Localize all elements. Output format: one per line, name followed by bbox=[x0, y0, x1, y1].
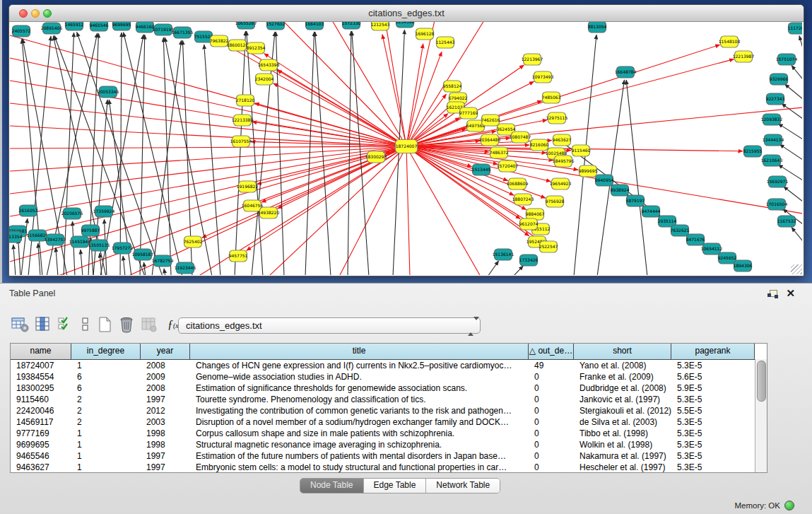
cell-in_degree[interactable]: 1 bbox=[71, 450, 141, 462]
cell-name[interactable]: 9463627 bbox=[11, 462, 71, 473]
cell-name[interactable]: 14569117 bbox=[11, 416, 71, 428]
cell-in_degree[interactable]: 1 bbox=[71, 360, 141, 371]
cell-short[interactable]: Tibbo et al. (1998) bbox=[574, 428, 671, 439]
cell-title[interactable]: Estimation of the future numbers of pati… bbox=[190, 450, 529, 462]
table-row[interactable]: 2242004622012Investigating the contribut… bbox=[11, 405, 767, 416]
cell-title[interactable]: Estimation of significance thresholds fo… bbox=[190, 382, 529, 394]
cell-short[interactable]: Hescheler et al. (1997) bbox=[574, 462, 671, 473]
float-panel-icon[interactable] bbox=[767, 290, 778, 300]
cell-short[interactable]: Stergiakouli et al. (2012) bbox=[574, 405, 671, 416]
table-row[interactable]: 977716911998Corpus callosum shape and si… bbox=[11, 428, 767, 439]
cell-title[interactable]: Changes of HCN gene expression and I(f) … bbox=[190, 360, 529, 371]
column-header-name[interactable]: name bbox=[11, 344, 71, 359]
tab-network-table[interactable]: Network Table bbox=[426, 479, 500, 493]
cell-name[interactable]: 9777169 bbox=[11, 428, 71, 439]
cell-year[interactable]: 2012 bbox=[141, 405, 190, 416]
select-columns-icon[interactable] bbox=[34, 316, 52, 333]
cell-name[interactable]: 19384554 bbox=[11, 371, 71, 382]
window-resize-grip[interactable] bbox=[791, 264, 802, 274]
table-row[interactable]: 1872400712008Changes of HCN gene express… bbox=[11, 360, 767, 371]
cell-short[interactable]: Jankovic et al. (1997) bbox=[574, 394, 671, 405]
cell-out_degree[interactable]: 0 bbox=[529, 462, 574, 473]
cell-in_degree[interactable]: 6 bbox=[71, 382, 141, 394]
cell-short[interactable]: Dudbridge et al. (2008) bbox=[574, 382, 671, 394]
cell-year[interactable]: 1997 bbox=[141, 462, 190, 473]
cell-year[interactable]: 1997 bbox=[141, 394, 190, 405]
cell-out_degree[interactable]: 0 bbox=[529, 439, 574, 450]
cell-short[interactable]: Wolkin et al. (1998) bbox=[574, 439, 671, 450]
cell-title[interactable]: Embryonic stem cells: a model to study s… bbox=[190, 462, 529, 473]
cell-pagerank[interactable]: 5.3E-5 bbox=[671, 462, 755, 473]
cell-out_degree[interactable]: 49 bbox=[529, 360, 574, 371]
memory-status[interactable]: Memory: OK bbox=[734, 500, 794, 511]
cell-short[interactable]: Yano et al. (2008) bbox=[574, 360, 671, 371]
column-header-short[interactable]: short bbox=[574, 344, 671, 359]
table-row[interactable]: 1830029562008Estimation of significance … bbox=[11, 382, 767, 394]
cell-pagerank[interactable]: 5.3E-5 bbox=[671, 450, 755, 462]
tab-node-table[interactable]: Node Table bbox=[300, 479, 364, 493]
table-scrollbar[interactable] bbox=[755, 359, 767, 472]
cell-pagerank[interactable]: 5.9E-5 bbox=[671, 382, 755, 394]
cell-year[interactable]: 1998 bbox=[141, 439, 190, 450]
cell-in_degree[interactable]: 1 bbox=[71, 462, 141, 473]
scrollbar-thumb[interactable] bbox=[757, 361, 766, 402]
cell-title[interactable]: Tourette syndrome. Phenomenology and cla… bbox=[190, 394, 529, 405]
cell-title[interactable]: Genome–wide association studies in ADHD. bbox=[190, 371, 529, 382]
delete-table-icon[interactable] bbox=[117, 316, 136, 333]
cell-out_degree[interactable]: 0 bbox=[529, 416, 574, 428]
cell-out_degree[interactable]: 0 bbox=[529, 450, 574, 462]
column-header-year[interactable]: year bbox=[141, 344, 190, 359]
cell-title[interactable]: Structural magnetic resonance image aver… bbox=[190, 439, 529, 450]
table-row[interactable]: 911546021997Tourette syndrome. Phenomeno… bbox=[11, 394, 767, 405]
cell-year[interactable]: 2008 bbox=[141, 382, 190, 394]
column-header-title[interactable]: title bbox=[190, 344, 529, 359]
table-row[interactable]: 1938455462009Genome–wide association stu… bbox=[11, 371, 767, 382]
cell-name[interactable]: 9465546 bbox=[11, 450, 71, 462]
table-settings-icon[interactable] bbox=[11, 316, 30, 333]
create-table-icon[interactable] bbox=[96, 316, 114, 333]
cell-year[interactable]: 1997 bbox=[141, 450, 190, 462]
cell-year[interactable]: 2003 bbox=[141, 416, 190, 428]
cell-in_degree[interactable]: 1 bbox=[71, 439, 141, 450]
cell-pagerank[interactable]: 5.3E-5 bbox=[671, 360, 755, 371]
column-header-pagerank[interactable]: pagerank bbox=[671, 344, 755, 359]
cell-year[interactable]: 2009 bbox=[141, 371, 190, 382]
cell-name[interactable]: 18724007 bbox=[11, 360, 71, 371]
cell-name[interactable]: 22420046 bbox=[11, 405, 71, 416]
cell-pagerank[interactable]: 5.3E-5 bbox=[671, 428, 755, 439]
window-title-bar[interactable]: citations_edges.txt bbox=[9, 5, 804, 22]
column-header-in_degree[interactable]: in_degree bbox=[71, 344, 141, 359]
cell-in_degree[interactable]: 1 bbox=[71, 428, 141, 439]
cell-year[interactable]: 1998 bbox=[141, 428, 190, 439]
cell-out_degree[interactable]: 0 bbox=[529, 428, 574, 439]
cell-name[interactable]: 9115460 bbox=[11, 394, 71, 405]
cell-year[interactable]: 2008 bbox=[141, 360, 190, 371]
table-selector-dropdown[interactable]: citations_edges.txt bbox=[178, 317, 481, 334]
cell-pagerank[interactable]: 5.3E-5 bbox=[671, 439, 755, 450]
cell-name[interactable]: 18300295 bbox=[11, 382, 71, 394]
table-row[interactable]: 969969511998Structural magnetic resonanc… bbox=[11, 439, 767, 450]
network-canvas[interactable]: 2405572208914061465912946554696996959466… bbox=[9, 22, 802, 275]
cell-short[interactable]: Franke et al. (2009) bbox=[574, 371, 671, 382]
table-row[interactable]: 946554611997Estimation of the future num… bbox=[11, 450, 767, 462]
cell-name[interactable]: 9699695 bbox=[11, 439, 71, 450]
cell-in_degree[interactable]: 2 bbox=[71, 405, 141, 416]
cell-in_degree[interactable]: 6 bbox=[71, 371, 141, 382]
close-panel-icon[interactable]: ✕ bbox=[786, 288, 795, 299]
cell-title[interactable]: Disruption of a novel member of a sodium… bbox=[190, 416, 529, 428]
table-row[interactable]: 946362711997Embryonic stem cells: a mode… bbox=[11, 462, 767, 473]
cell-pagerank[interactable]: 5.6E-5 bbox=[671, 371, 755, 382]
table-row[interactable]: 1456911722003Disruption of a novel membe… bbox=[11, 416, 767, 428]
cell-out_degree[interactable]: 0 bbox=[529, 382, 574, 394]
cell-pagerank[interactable]: 5.3E-5 bbox=[671, 416, 755, 428]
cell-title[interactable]: Corpus callosum shape and size in male p… bbox=[190, 428, 529, 439]
cell-in_degree[interactable]: 2 bbox=[71, 416, 141, 428]
tab-edge-table[interactable]: Edge Table bbox=[364, 479, 427, 493]
cell-pagerank[interactable]: 5.3E-5 bbox=[671, 394, 755, 405]
cell-short[interactable]: Nakamura et al. (1997) bbox=[574, 450, 671, 462]
cell-out_degree[interactable]: 0 bbox=[529, 394, 574, 405]
cell-out_degree[interactable]: 0 bbox=[529, 405, 574, 416]
cell-out_degree[interactable]: 0 bbox=[529, 371, 574, 382]
cell-title[interactable]: Investigating the contribution of common… bbox=[190, 405, 529, 416]
cell-pagerank[interactable]: 5.5E-5 bbox=[671, 405, 755, 416]
